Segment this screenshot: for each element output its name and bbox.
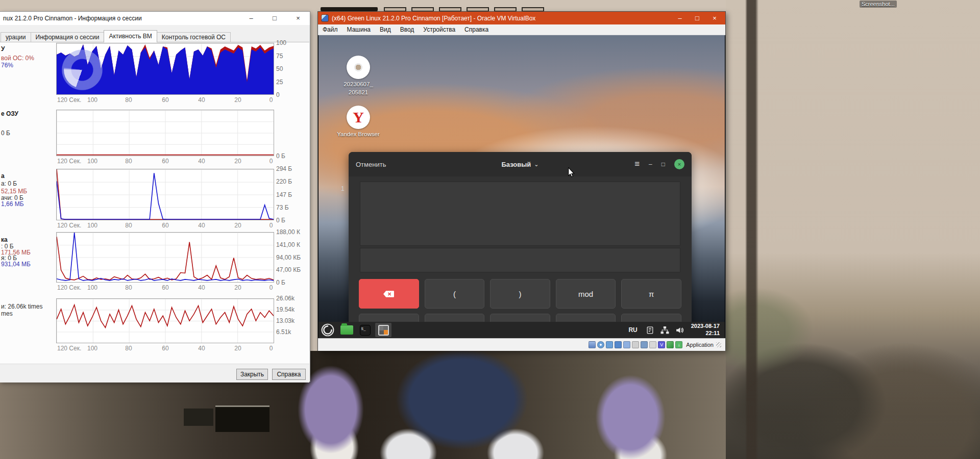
- network-adapter-icon[interactable]: [615, 341, 622, 348]
- clock[interactable]: 2023-08-17 22:11: [691, 323, 720, 337]
- keyboard-layout-indicator[interactable]: RU: [628, 326, 637, 334]
- desktop-icon-label-screenshot[interactable]: Screenshot...: [860, 1, 897, 8]
- menu-bar: ФайлМашинаВидВводУстройстваСправка: [318, 24, 725, 35]
- desktop-icon-yandex-browser[interactable]: Y Yandex Browser: [330, 106, 386, 139]
- minimize-button[interactable]: –: [239, 12, 263, 25]
- tab-bar: урацииИнформация о сессииАктивность ВМКо…: [0, 30, 230, 42]
- close-button[interactable]: ×: [286, 12, 310, 25]
- display-icon[interactable]: [641, 341, 648, 348]
- menu-item[interactable]: Устройства: [419, 24, 460, 35]
- close-button[interactable]: ×: [674, 159, 684, 169]
- calculator-window: Отменить Базовый ⌄ ≡ – □ × ()modπ 789÷√: [349, 152, 692, 338]
- mode-label: Базовый: [501, 161, 531, 168]
- hard-disk-icon[interactable]: [589, 341, 596, 348]
- hamburger-menu-icon[interactable]: ≡: [634, 159, 640, 169]
- virtualbox-vm-window: (x64) Green Linux 21.2.0 Pro Cinnamon [Р…: [317, 11, 726, 351]
- calc-key-([interactable]: (: [425, 279, 485, 309]
- virtualbox-icon: [321, 14, 329, 22]
- taskbar-terminal-button[interactable]: $_: [357, 323, 373, 337]
- close-button[interactable]: ×: [706, 14, 723, 22]
- close-dialog-button[interactable]: Закрыть: [236, 369, 268, 380]
- status-icons: [587, 341, 682, 348]
- minimize-button[interactable]: –: [671, 14, 689, 22]
- host-wallpaper-right: [726, 0, 980, 459]
- menu-item[interactable]: Файл: [318, 24, 342, 35]
- mouse-integration-icon[interactable]: [667, 341, 674, 348]
- optical-disc-icon[interactable]: [597, 341, 604, 348]
- vbox-status-bar: Application: [318, 338, 725, 351]
- vm-window-title: (x64) Green Linux 21.2.0 Pro Cinnamon [Р…: [332, 15, 671, 22]
- maximize-button[interactable]: □: [263, 12, 286, 25]
- tab-3[interactable]: Активность ВМ: [104, 30, 157, 42]
- terminal-icon: $_: [360, 325, 371, 336]
- host-key-label: Application: [686, 342, 714, 348]
- wallpaper-shape: [215, 405, 270, 432]
- menu-item[interactable]: Справка: [460, 24, 493, 35]
- calculator-input-display[interactable]: [360, 248, 680, 272]
- features-icon[interactable]: [658, 341, 665, 348]
- calculator-title-bar: Отменить Базовый ⌄ ≡ – □ ×: [349, 152, 692, 176]
- cancel-button[interactable]: Отменить: [356, 161, 386, 168]
- volume-icon[interactable]: [675, 326, 684, 335]
- host-keyboard-icon[interactable]: [675, 341, 682, 348]
- calculator-icon: [378, 325, 389, 336]
- chevron-down-icon: ⌄: [534, 161, 538, 168]
- yandex-browser-icon: Y: [347, 106, 370, 129]
- desktop: Screenshot... nux 21.2.0 Pro Cinnamon - …: [0, 0, 980, 459]
- charts-content: [0, 42, 309, 364]
- session-info-window: nux 21.2.0 Pro Cinnamon - Информация о с…: [0, 11, 310, 382]
- maximize-button[interactable]: □: [662, 161, 665, 168]
- wallpaper-shape: [184, 409, 213, 426]
- calc-key-π[interactable]: π: [621, 279, 681, 309]
- minimize-button[interactable]: –: [649, 161, 652, 168]
- title-bar: nux 21.2.0 Pro Cinnamon - Информация о с…: [0, 12, 310, 25]
- calc-key-mod[interactable]: mod: [556, 279, 616, 309]
- disc-icon: [347, 56, 370, 79]
- mouse-cursor: [568, 167, 575, 177]
- calc-key-backspace[interactable]: [359, 279, 419, 309]
- cinnamon-menu-button[interactable]: [321, 323, 334, 337]
- shared-folders-icon[interactable]: [632, 341, 639, 348]
- resize-grip[interactable]: [716, 342, 721, 347]
- calc-key-)[interactable]: ): [490, 279, 550, 309]
- tab-2[interactable]: Информация о сессии: [31, 32, 105, 42]
- vm-title-bar: (x64) Green Linux 21.2.0 Pro Cinnamon [Р…: [318, 12, 725, 24]
- guest-desktop: 20230607_ 205821 Y Yandex Browser 1 Отме…: [318, 35, 725, 338]
- guest-taskbar: $_ RU 2023-08-17 22:11: [318, 322, 725, 338]
- audio-icon[interactable]: [606, 341, 613, 348]
- date-text: 2023-08-17: [691, 323, 720, 330]
- menu-item[interactable]: Вид: [375, 24, 396, 35]
- time-text: 22:11: [691, 330, 720, 337]
- network-icon[interactable]: [660, 326, 669, 335]
- window-title: nux 21.2.0 Pro Cinnamon - Информация о с…: [0, 15, 239, 22]
- usb-icon[interactable]: [623, 341, 630, 348]
- keypad-row-1: ()modπ: [359, 279, 681, 309]
- desktop-icon-label: 20230607_: [330, 81, 386, 89]
- background-window-fragment: [321, 7, 378, 11]
- menu-item[interactable]: Машина: [342, 24, 375, 35]
- calculator-history-display: [360, 182, 680, 246]
- menu-item[interactable]: Ввод: [396, 24, 419, 35]
- taskbar-calculator-button[interactable]: [375, 323, 391, 337]
- tab-4[interactable]: Контроль гостевой ОС: [157, 32, 231, 42]
- tab-1[interactable]: урации: [1, 32, 31, 42]
- maximize-button[interactable]: □: [689, 14, 706, 22]
- desktop-icon-label: Yandex Browser: [330, 131, 386, 139]
- mode-dropdown[interactable]: Базовый ⌄: [501, 161, 538, 168]
- dialog-footer: Закрыть Справка: [0, 364, 309, 382]
- folder-icon: [340, 325, 353, 335]
- desktop-icon-disc[interactable]: 20230607_ 205821: [330, 56, 386, 96]
- desktop-icon-label: 205821: [330, 89, 386, 97]
- clipboard-icon[interactable]: [646, 326, 654, 335]
- help-button[interactable]: Справка: [272, 369, 306, 380]
- taskbar-files-button[interactable]: [338, 323, 355, 337]
- recording-icon[interactable]: [649, 341, 656, 348]
- desktop-text-fragment: 1: [341, 185, 345, 192]
